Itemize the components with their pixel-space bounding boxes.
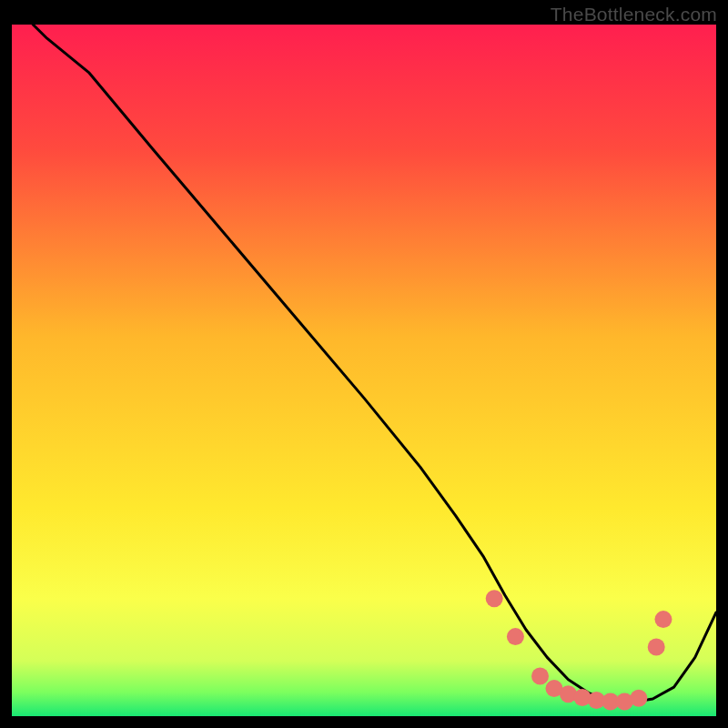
data-marker xyxy=(507,628,524,645)
data-marker xyxy=(630,690,647,707)
data-marker xyxy=(531,667,549,684)
watermark-text: TheBottleneck.com xyxy=(551,4,717,25)
gradient-background xyxy=(12,25,716,716)
chart-frame: TheBottleneck.com xyxy=(0,0,728,728)
data-marker xyxy=(654,611,672,628)
chart-svg xyxy=(12,25,716,716)
data-marker xyxy=(648,639,665,656)
data-marker xyxy=(486,590,503,607)
plot-area xyxy=(12,25,716,716)
